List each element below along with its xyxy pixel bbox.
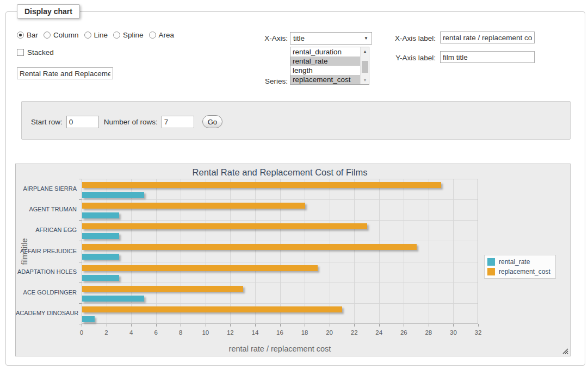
x-tick-mark bbox=[404, 324, 404, 327]
series-option-rental-duration[interactable]: rental_duration bbox=[290, 47, 369, 57]
series-listbox[interactable]: rental_duration rental_rate length repla… bbox=[290, 47, 369, 85]
scrollbar-thumb[interactable] bbox=[362, 61, 368, 73]
chart-type-area[interactable]: Area bbox=[149, 31, 175, 39]
legend-swatch-rental-rate bbox=[487, 258, 495, 266]
bar-rental_rate bbox=[82, 275, 119, 281]
x-tick-label: 10 bbox=[195, 329, 216, 336]
radio-icon bbox=[149, 32, 156, 39]
radio-icon bbox=[84, 32, 91, 39]
bar-rental_rate bbox=[82, 212, 119, 218]
y-tick-mark bbox=[79, 241, 82, 241]
gridline-vertical bbox=[305, 179, 305, 324]
x-tick-mark bbox=[230, 324, 231, 327]
gridline-vertical bbox=[206, 179, 206, 324]
gridline-vertical bbox=[230, 179, 231, 324]
scroll-down-icon[interactable]: ▼ bbox=[361, 76, 369, 84]
start-row-input[interactable] bbox=[66, 116, 99, 128]
row-range-bar: Start row: Number of rows: Go bbox=[21, 101, 571, 140]
chart-title-input[interactable] bbox=[17, 67, 113, 79]
radio-icon bbox=[44, 32, 51, 39]
stacked-checkbox[interactable] bbox=[17, 49, 24, 56]
x-tick-label: 12 bbox=[219, 329, 241, 336]
legend-item: replacement_cost bbox=[487, 268, 550, 275]
x-tick-mark bbox=[82, 324, 82, 327]
radio-icon bbox=[17, 32, 24, 39]
y-tick-mark bbox=[79, 220, 82, 221]
bar-rental_rate bbox=[82, 316, 95, 322]
x-tick-mark bbox=[181, 324, 181, 327]
chart-type-column[interactable]: Column bbox=[44, 31, 79, 39]
bar-replacement_cost bbox=[82, 286, 243, 292]
x-tick-label: 26 bbox=[393, 329, 414, 336]
chart-type-label: Column bbox=[53, 31, 79, 39]
scroll-up-icon[interactable]: ▲ bbox=[361, 47, 369, 55]
page: Display chart Bar Column Line Spline Are… bbox=[0, 0, 588, 370]
x-tick-mark bbox=[354, 324, 355, 327]
x-tick-mark bbox=[156, 324, 157, 327]
chart-type-spline[interactable]: Spline bbox=[113, 31, 144, 39]
bar-replacement_cost bbox=[82, 244, 417, 250]
y-tick-label: AGENT TRUMAN bbox=[16, 206, 77, 212]
x-axis-title: rental rate / replacement cost bbox=[82, 344, 478, 353]
x-tick-mark bbox=[206, 324, 206, 327]
bar-rental_rate bbox=[82, 233, 119, 239]
chart-type-radios: Bar Column Line Spline Area bbox=[17, 31, 174, 39]
y-tick-label: AFFAIR PREJUDICE bbox=[16, 248, 77, 254]
gridline-horizontal bbox=[82, 283, 478, 283]
x-tick-mark bbox=[379, 324, 380, 327]
series-option-replacement-cost[interactable]: replacement_cost bbox=[290, 75, 369, 84]
num-rows-input[interactable] bbox=[162, 116, 194, 128]
gridline-horizontal bbox=[82, 199, 478, 200]
x-tick-label: 32 bbox=[467, 329, 489, 336]
gridline-vertical bbox=[131, 179, 132, 324]
x-tick-label: 28 bbox=[418, 329, 440, 336]
gridline-vertical bbox=[181, 179, 181, 324]
legend-swatch-replacement-cost bbox=[487, 268, 495, 275]
legend-label: replacement_cost bbox=[499, 268, 550, 275]
x-tick-label: 2 bbox=[96, 329, 117, 336]
resize-handle-icon[interactable] bbox=[562, 348, 568, 354]
series-option-length[interactable]: length bbox=[290, 66, 369, 75]
series-option-rental-rate[interactable]: rental_rate bbox=[290, 57, 369, 66]
chart-type-line[interactable]: Line bbox=[84, 31, 108, 39]
x-axis-label-input[interactable] bbox=[440, 32, 535, 43]
chart-type-label: Line bbox=[94, 31, 108, 39]
x-tick-mark bbox=[131, 324, 132, 327]
stacked-label: Stacked bbox=[27, 48, 54, 57]
chart-type-bar[interactable]: Bar bbox=[17, 31, 38, 39]
y-tick-mark bbox=[79, 262, 82, 262]
x-tick-label: 16 bbox=[269, 329, 291, 336]
legend-label: rental_rate bbox=[499, 258, 530, 266]
chart-legend: rental_rate replacement_cost bbox=[484, 255, 556, 279]
stacked-option[interactable]: Stacked bbox=[17, 48, 54, 57]
series-list-label: Series: bbox=[234, 77, 288, 85]
chart-type-label: Area bbox=[159, 31, 175, 39]
y-tick-label: ACADEMY DINOSAUR bbox=[16, 310, 77, 316]
legend-item: rental_rate bbox=[487, 258, 550, 266]
x-tick-label: 20 bbox=[319, 329, 341, 336]
bar-replacement_cost bbox=[82, 182, 441, 188]
x-tick-label: 4 bbox=[120, 329, 142, 336]
bar-replacement_cost bbox=[82, 306, 342, 312]
bar-replacement_cost bbox=[82, 203, 305, 209]
chevron-down-icon: ▼ bbox=[364, 36, 368, 41]
num-rows-label: Number of rows: bbox=[104, 118, 158, 126]
y-axis-label-input[interactable] bbox=[440, 51, 535, 63]
gridline-vertical bbox=[429, 179, 429, 324]
gridline-vertical bbox=[107, 179, 107, 324]
bar-rental_rate bbox=[82, 192, 144, 198]
gridline-vertical bbox=[453, 179, 454, 324]
panel-title: Display chart bbox=[17, 4, 80, 18]
x-axis-selected-value: title bbox=[293, 34, 305, 42]
go-button[interactable]: Go bbox=[202, 115, 222, 128]
bar-rental_rate bbox=[82, 296, 144, 302]
x-axis-select[interactable]: title ▼ bbox=[290, 32, 372, 45]
gridline-horizontal bbox=[82, 262, 478, 262]
listbox-scrollbar[interactable]: ▲ ▼ bbox=[360, 47, 369, 84]
gridline-vertical bbox=[280, 179, 281, 324]
x-tick-label: 8 bbox=[170, 329, 191, 336]
x-axis-select-label: X-Axis: bbox=[234, 34, 288, 42]
chart-type-label: Spline bbox=[123, 31, 144, 39]
gridline-vertical bbox=[379, 179, 380, 324]
x-tick-label: 30 bbox=[442, 329, 464, 336]
